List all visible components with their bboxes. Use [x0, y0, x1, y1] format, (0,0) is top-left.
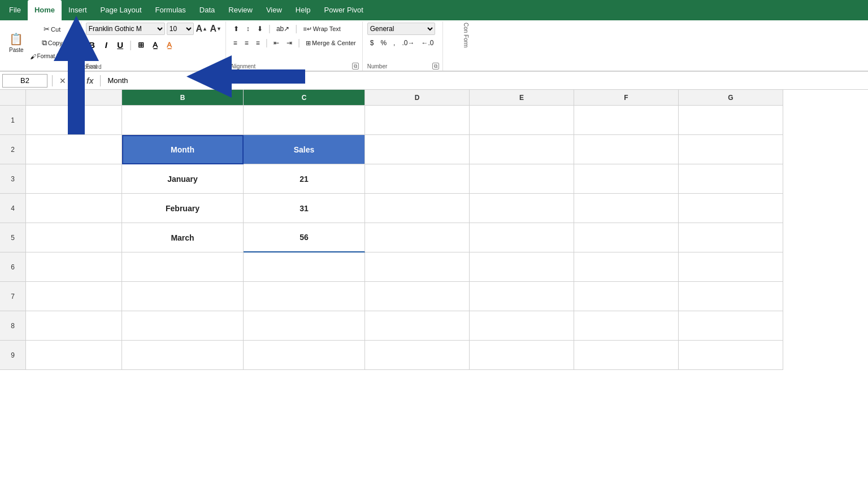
cell-f4[interactable] [574, 194, 679, 223]
align-bottom-button[interactable]: ⬇ [254, 23, 266, 35]
col-header-c[interactable]: C [244, 90, 365, 106]
number-expand[interactable]: ⧉ [432, 63, 439, 69]
cell-d8[interactable] [365, 311, 470, 341]
cell-c8[interactable] [244, 311, 365, 341]
cell-g9[interactable] [679, 341, 783, 370]
cell-a7[interactable] [26, 282, 122, 311]
tab-page-layout[interactable]: Page Layout [94, 0, 149, 20]
format-painter-button[interactable]: 🖌 Format Painter [27, 50, 77, 63]
clipboard-expand[interactable]: ⧉ [71, 63, 77, 70]
cell-g7[interactable] [679, 282, 783, 311]
font-shrink-button[interactable]: A▼ [210, 23, 222, 35]
cell-a2[interactable] [26, 135, 122, 164]
decrease-decimal-button[interactable]: .0→ [399, 37, 417, 49]
formula-input[interactable] [105, 74, 866, 88]
cell-e5[interactable] [470, 223, 574, 252]
tab-file[interactable]: File [2, 0, 28, 20]
cell-c4[interactable]: 31 [244, 194, 365, 223]
cell-e1[interactable] [470, 106, 574, 135]
cell-b8[interactable] [122, 311, 244, 341]
cell-a3[interactable] [26, 164, 122, 194]
cell-c1[interactable] [244, 106, 365, 135]
cell-d7[interactable] [365, 282, 470, 311]
cell-d2[interactable] [365, 135, 470, 164]
row-header-4[interactable]: 4 [0, 194, 26, 223]
cell-c2[interactable]: Sales [244, 135, 365, 164]
cell-f1[interactable] [574, 106, 679, 135]
cell-g4[interactable] [679, 194, 783, 223]
cell-d4[interactable] [365, 194, 470, 223]
tab-power-pivot[interactable]: Power Pivot [318, 0, 370, 20]
cell-reference-input[interactable] [2, 74, 47, 88]
cell-g6[interactable] [679, 252, 783, 282]
row-header-2[interactable]: 2 [0, 135, 26, 164]
cell-f6[interactable] [574, 252, 679, 282]
cell-b4[interactable]: February [122, 194, 244, 223]
cell-b9[interactable] [122, 341, 244, 370]
tab-home[interactable]: Home [28, 0, 62, 20]
cell-e6[interactable] [470, 252, 574, 282]
row-header-5[interactable]: 5 [0, 223, 26, 252]
increase-decimal-button[interactable]: ←.0 [418, 37, 436, 49]
merge-center-button[interactable]: ⊞ Merge & Center [303, 37, 359, 49]
comma-button[interactable]: , [390, 37, 398, 49]
wrap-text-button[interactable]: ≡↵ Wrap Text [300, 23, 344, 35]
row-header-7[interactable]: 7 [0, 282, 26, 311]
col-header-g[interactable]: G [679, 90, 783, 106]
orientation-button[interactable]: ab↗ [274, 23, 292, 35]
cell-c9[interactable] [244, 341, 365, 370]
row-header-3[interactable]: 3 [0, 164, 26, 194]
alignment-expand[interactable]: ⧉ [352, 63, 359, 69]
cell-c3[interactable]: 21 [244, 164, 365, 194]
align-left-button[interactable]: ≡ [231, 37, 240, 49]
cell-g5[interactable] [679, 223, 783, 252]
col-header-b[interactable]: B [122, 90, 244, 106]
cell-b2[interactable]: Month [122, 135, 244, 164]
cell-b6[interactable] [122, 252, 244, 282]
copy-button[interactable]: ⧉ Copy [27, 37, 77, 49]
paste-button[interactable]: 📋 Paste [6, 27, 27, 59]
currency-button[interactable]: $ [367, 37, 377, 49]
align-middle-button[interactable]: ↕ [244, 23, 253, 35]
percent-button[interactable]: % [377, 37, 389, 49]
cell-a8[interactable] [26, 311, 122, 341]
cell-b5[interactable]: March [122, 223, 244, 252]
cell-a9[interactable] [26, 341, 122, 370]
cell-b7[interactable] [122, 282, 244, 311]
cell-g3[interactable] [679, 164, 783, 194]
cell-b1[interactable] [122, 106, 244, 135]
row-header-8[interactable]: 8 [0, 311, 26, 341]
row-header-6[interactable]: 6 [0, 252, 26, 282]
cell-e4[interactable] [470, 194, 574, 223]
font-expand[interactable]: ⧉ [215, 63, 222, 69]
cut-button[interactable]: ✂ Cut [27, 23, 77, 36]
font-color-button[interactable]: A̲ [163, 38, 175, 51]
cell-f2[interactable] [574, 135, 679, 164]
cell-c6[interactable] [244, 252, 365, 282]
confirm-button[interactable]: ✓ [71, 75, 82, 86]
cell-b3[interactable]: January [122, 164, 244, 194]
font-size-select[interactable]: 10 [167, 23, 194, 35]
cell-c7[interactable] [244, 282, 365, 311]
tab-insert[interactable]: Insert [62, 0, 94, 20]
cell-a4[interactable] [26, 194, 122, 223]
increase-indent-button[interactable]: ⇥ [284, 37, 295, 49]
cell-a1[interactable] [26, 106, 122, 135]
decrease-indent-button[interactable]: ⇤ [271, 37, 282, 49]
cell-a6[interactable] [26, 252, 122, 282]
col-header-f[interactable]: F [574, 90, 679, 106]
cell-e8[interactable] [470, 311, 574, 341]
cell-e7[interactable] [470, 282, 574, 311]
col-header-d[interactable]: D [365, 90, 470, 106]
cell-e2[interactable] [470, 135, 574, 164]
number-format-select[interactable]: General [367, 23, 435, 35]
cell-f5[interactable] [574, 223, 679, 252]
cell-f3[interactable] [574, 164, 679, 194]
cell-c5[interactable]: 56 [244, 223, 365, 252]
cell-d9[interactable] [365, 341, 470, 370]
align-center-button[interactable]: ≡ [242, 37, 251, 49]
tab-view[interactable]: View [259, 0, 289, 20]
tab-review[interactable]: Review [222, 0, 259, 20]
cell-d5[interactable] [365, 223, 470, 252]
cell-f8[interactable] [574, 311, 679, 341]
